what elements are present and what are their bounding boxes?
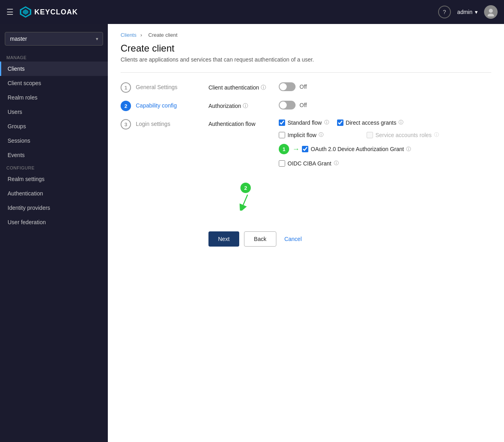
annotation-circle-2: 2 [240, 183, 251, 193]
divider [121, 72, 491, 73]
manage-section-label: Manage [0, 52, 108, 62]
service-accounts-roles-label: Service accounts roles [375, 132, 432, 138]
page-title: Create client [121, 43, 491, 54]
sidebar-item-realm-settings[interactable]: Realm settings [0, 172, 108, 186]
implicit-flow-help-icon[interactable]: ⓘ [319, 131, 323, 138]
keycloak-logo-icon [19, 6, 32, 18]
sidebar-item-user-federation[interactable]: User federation [0, 215, 108, 229]
oauth2-device-auth-item: OAuth 2.0 Device Authorization Grant ⓘ [302, 146, 411, 153]
sidebar-item-users[interactable]: Users [0, 105, 108, 119]
client-auth-thumb [280, 83, 287, 90]
step-2: 2 Capability config [121, 101, 192, 111]
oauth2-device-auth-help-icon[interactable]: ⓘ [406, 146, 411, 153]
step-2-label: Capability config [136, 101, 177, 109]
oauth2-device-auth-label: OAuth 2.0 Device Authorization Grant [311, 146, 404, 152]
service-accounts-roles-item: Service accounts roles ⓘ [367, 131, 439, 138]
implicit-flow-label: Implicit flow [288, 132, 316, 138]
sidebar-item-authentication[interactable]: Authentication [0, 186, 108, 201]
auth-flow-label: Authentication flow [208, 119, 272, 127]
username-label: admin [457, 9, 472, 15]
user-menu[interactable]: admin ▾ [457, 9, 478, 15]
authorization-toggle-wrap: Off [279, 101, 307, 110]
auth-flow-row: Authentication flow Standard flow ⓘ [208, 119, 491, 167]
standard-flow-item: Standard flow ⓘ [279, 119, 329, 126]
step-1-number: 1 [121, 82, 131, 93]
authorization-label: Authorization ⓘ [208, 101, 272, 110]
client-auth-track [279, 82, 296, 91]
client-auth-row: Client authentication ⓘ Off [208, 82, 491, 91]
avatar[interactable] [484, 5, 498, 19]
implicit-flow-item: Implicit flow ⓘ [279, 131, 359, 138]
sidebar-item-clients[interactable]: Clients [0, 62, 108, 76]
svg-point-4 [488, 14, 494, 16]
oidc-ciba-label: OIDC CIBA Grant [288, 160, 331, 167]
step-3-label: Login settings [136, 119, 170, 127]
authorization-track [279, 101, 296, 110]
breadcrumb-separator: › [140, 32, 143, 38]
sidebar-item-realm-roles[interactable]: Realm roles [0, 90, 108, 105]
oauth2-device-auth-checkbox[interactable] [302, 146, 308, 152]
configure-section-label: Configure [0, 162, 108, 172]
direct-access-grants-checkbox[interactable] [337, 119, 343, 126]
step-1: 1 General Settings [121, 82, 192, 93]
page-subtitle: Clients are applications and services th… [121, 56, 491, 63]
step-3-number: 3 [121, 119, 131, 129]
oidc-ciba-checkbox[interactable] [279, 160, 285, 167]
client-auth-label: Client authentication ⓘ [208, 82, 272, 91]
standard-flow-help-icon[interactable]: ⓘ [324, 119, 329, 126]
authorization-toggle[interactable] [279, 101, 296, 110]
step-2-number: 2 [121, 101, 131, 111]
client-auth-help-icon[interactable]: ⓘ [261, 84, 266, 91]
authorization-thumb [280, 102, 287, 109]
breadcrumb-current: Create client [148, 32, 177, 38]
realm-selector[interactable]: master [5, 32, 103, 46]
logo-text: KEYCLOAK [34, 8, 78, 16]
svg-point-3 [489, 9, 493, 13]
help-button[interactable]: ? [438, 6, 451, 18]
service-accounts-roles-help-icon[interactable]: ⓘ [434, 131, 439, 138]
help-icon: ? [443, 9, 446, 15]
step-1-label: General Settings [136, 82, 177, 90]
annotation-circle-1: 1 [279, 144, 289, 154]
next-button[interactable]: Next [208, 231, 239, 247]
direct-access-grants-label: Direct access grants [346, 119, 397, 126]
standard-flow-label: Standard flow [288, 119, 322, 126]
oidc-ciba-help-icon[interactable]: ⓘ [334, 160, 339, 167]
oidc-ciba-item: OIDC CIBA Grant ⓘ [279, 160, 339, 167]
sidebar-item-client-scopes[interactable]: Client scopes [0, 76, 108, 90]
logo: KEYCLOAK [19, 6, 78, 18]
sidebar-item-identity-providers[interactable]: Identity providers [0, 201, 108, 215]
topnav: ☰ KEYCLOAK ? admin ▾ [0, 0, 504, 24]
direct-access-grants-help-icon[interactable]: ⓘ [399, 119, 403, 126]
sidebar-item-events[interactable]: Events [0, 148, 108, 162]
back-button[interactable]: Back [244, 231, 276, 247]
step-3: 3 Login settings [121, 119, 192, 129]
client-auth-state-text: Off [300, 84, 307, 90]
hamburger-icon[interactable]: ☰ [6, 7, 14, 17]
client-auth-toggle-wrap: Off [279, 82, 307, 91]
sidebar-item-sessions[interactable]: Sessions [0, 133, 108, 148]
standard-flow-checkbox[interactable] [279, 119, 285, 126]
annotation-arrow-1: → [292, 145, 300, 153]
authorization-row: Authorization ⓘ Off [208, 101, 491, 110]
realm-select[interactable]: master [5, 32, 103, 46]
main-content: Clients › Create client Create client Cl… [108, 24, 504, 442]
direct-access-grants-item: Direct access grants ⓘ [337, 119, 404, 126]
user-dropdown-icon: ▾ [475, 9, 478, 15]
sidebar-item-groups[interactable]: Groups [0, 119, 108, 133]
avatar-icon [486, 8, 495, 16]
cancel-button[interactable]: Cancel [281, 231, 305, 247]
authorization-state-text: Off [300, 102, 307, 108]
breadcrumb-clients-link[interactable]: Clients [121, 32, 137, 38]
wizard-steps: 1 General Settings 2 Capability config 3… [121, 82, 192, 247]
annotation-arrow-2 [240, 195, 256, 211]
wizard: 1 General Settings 2 Capability config 3… [121, 82, 491, 247]
breadcrumb: Clients › Create client [121, 32, 491, 38]
client-auth-toggle[interactable] [279, 82, 296, 91]
authorization-help-icon[interactable]: ⓘ [243, 102, 248, 110]
implicit-flow-checkbox[interactable] [279, 132, 285, 138]
service-accounts-roles-checkbox[interactable] [367, 132, 373, 138]
button-row: Next Back Cancel [208, 231, 491, 247]
capability-config-form: Client authentication ⓘ Off [208, 82, 491, 247]
oauth2-device-auth-row: 1 → OAuth 2.0 Device Authorization Grant… [279, 144, 491, 154]
